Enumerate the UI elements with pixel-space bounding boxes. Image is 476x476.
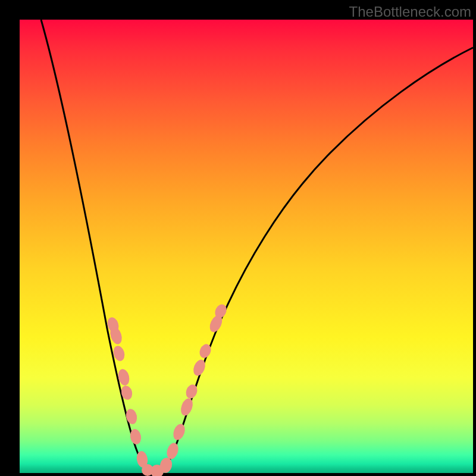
chart-frame: TheBottleneck.com xyxy=(0,0,476,476)
data-marker-right xyxy=(178,397,195,417)
curve-right-curve xyxy=(161,48,473,473)
chart-svg xyxy=(0,0,476,476)
data-marker-right xyxy=(171,422,187,441)
markers-group xyxy=(105,302,228,476)
curves-group xyxy=(41,20,473,473)
data-marker-left xyxy=(124,408,138,425)
curve-left-curve xyxy=(41,20,150,473)
